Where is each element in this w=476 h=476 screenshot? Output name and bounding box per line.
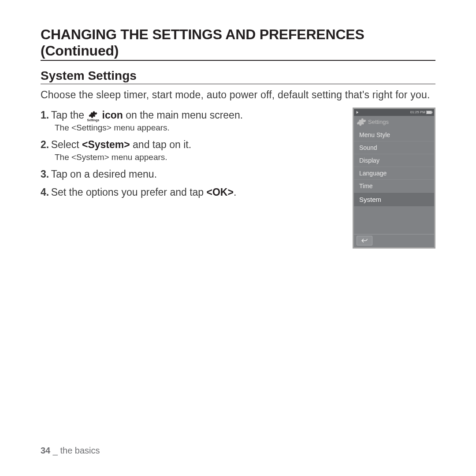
step-1: 1. Tap the Settings icon on the main men… [41,109,344,133]
step-text: Select <System> and tap on it. [51,139,191,150]
step-3: 3. Tap on a desired menu. [41,168,344,180]
device-header: Settings [354,116,434,129]
status-time: 01:25 PM [410,110,425,114]
step-text: Tap on a desired menu. [51,168,157,180]
status-right-icons: 01:25 PM [410,110,432,114]
step-number: 1. [41,109,49,121]
page-number: 34 [41,446,50,455]
step-number: 2. [41,139,49,150]
text-fragment: Select [51,139,82,150]
steps-list: 1. Tap the Settings icon on the main men… [41,109,353,205]
content-row: 1. Tap the Settings icon on the main men… [41,109,435,249]
battery-icon [426,111,432,114]
text-fragment: . [234,186,236,198]
text-bold: icon [102,109,123,121]
play-icon [356,111,359,114]
menu-item-display[interactable]: Display [354,154,434,167]
menu-item-system[interactable]: System [354,192,434,206]
settings-gear-icon-inline: Settings [87,110,99,121]
text-fragment: and tap on it. [130,139,191,150]
step-text: Tap the Settings icon on the main menu s… [51,109,243,121]
text-fragment: Set the options you prefer and tap [51,186,207,198]
status-left-icons [356,110,359,114]
menu-item-language[interactable]: Language [354,167,434,179]
gear-icon-label: Settings [87,119,99,121]
back-arrow-icon [361,238,368,244]
gear-icon [89,110,97,119]
step-substep: The <System> menu appears. [55,152,344,162]
back-button[interactable] [357,236,372,245]
text-bold: <System> [82,139,130,150]
step-number: 4. [41,186,49,198]
menu-item-menu-style[interactable]: Menu Style [354,129,434,141]
section-title: System Settings [41,69,435,84]
text-fragment: on the main menu screen. [123,109,243,121]
step-number: 3. [41,168,49,180]
status-bar: 01:25 PM [354,109,434,116]
svg-rect-1 [427,111,431,114]
svg-rect-2 [431,112,432,113]
footer-section: the basics [60,446,100,455]
step-4: 4. Set the options you prefer and tap <O… [41,186,344,198]
menu-item-sound[interactable]: Sound [354,141,434,154]
device-navbar [354,234,434,247]
menu-item-time[interactable]: Time [354,179,434,192]
device-screenshot: 01:25 PM Settings Menu Style Sound Displ… [353,108,435,249]
text-bold: <OK> [207,186,234,198]
intro-text: Choose the sleep timer, start mode, auto… [41,89,435,101]
device-header-label: Settings [368,119,389,125]
device-menu-list: Menu Style Sound Display Language Time S… [354,129,434,234]
gear-icon [357,117,366,127]
step-text: Set the options you prefer and tap <OK>. [51,186,237,198]
page-title: CHANGING THE SETTINGS AND PREFERENCES (C… [41,26,435,61]
footer-sep: _ [50,446,60,455]
step-2: 2. Select <System> and tap on it. The <S… [41,139,344,162]
step-substep: The <Settings> menu appears. [55,123,344,133]
page-footer: 34 _ the basics [41,446,100,456]
text-fragment: Tap the [51,109,87,121]
